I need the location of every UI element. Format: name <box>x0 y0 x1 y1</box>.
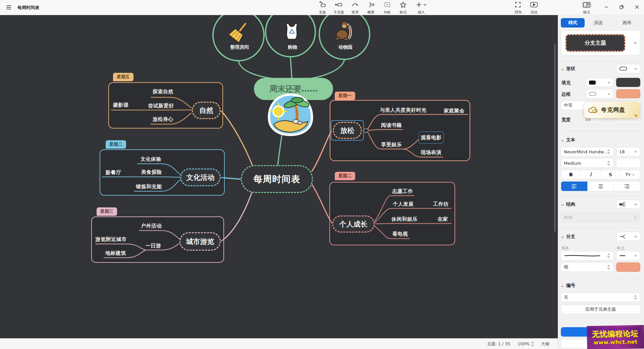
tab-canvas[interactable]: 画布 <box>623 20 632 26</box>
text-case-button[interactable]: Tт <box>621 170 640 179</box>
boundary-button[interactable]: 外框 <box>378 1 396 14</box>
fill-swatch-icon <box>589 81 596 85</box>
marker-button[interactable]: 标记 <box>394 1 412 14</box>
numbering-select[interactable]: 无 <box>561 293 640 302</box>
subtopic[interactable]: 休闲和娱乐 <box>391 216 418 222</box>
central-topic[interactable]: 每周时间表 <box>241 165 313 193</box>
subtopic[interactable]: 志愿工作 <box>392 188 413 195</box>
zen-mode-button[interactable]: ZEN <box>509 1 527 14</box>
apply-to-siblings-button[interactable]: 应用于兄弟主题 <box>561 305 640 314</box>
boundary-tag-monday[interactable]: 星期一 <box>335 92 355 100</box>
strikethrough-button[interactable]: S <box>601 170 621 179</box>
subtopic[interactable]: 阅读书籍 <box>381 122 402 129</box>
topic-personal-growth[interactable]: 个人成长 <box>332 215 375 233</box>
font-size-select[interactable]: 18 <box>616 147 640 156</box>
weekend-circle-shopping[interactable]: 购物 <box>288 44 297 50</box>
line-style-select[interactable] <box>561 251 613 260</box>
subtopic[interactable]: 享受娱乐 <box>381 142 402 148</box>
boundary-tag-tuesday-2[interactable]: 星期二 <box>335 172 355 180</box>
line-weight-select[interactable]: 细 <box>561 262 613 272</box>
align-right-button[interactable] <box>614 182 640 191</box>
outline-toggle[interactable]: 大纲 <box>541 341 549 347</box>
topic-button[interactable]: 主题 <box>314 1 331 14</box>
weekend-circle-tidy-room[interactable]: 整理房间 <box>230 44 249 50</box>
bold-button[interactable]: B <box>561 170 581 179</box>
text-section-label: 文本 <box>566 137 575 143</box>
subtopic[interactable]: 游览附近城市 <box>96 236 127 243</box>
zoom-stepper-icon[interactable] <box>531 341 534 347</box>
tab-style[interactable]: 样式 <box>561 18 585 28</box>
structure-section-label: 结构 <box>566 201 575 207</box>
topic-relax[interactable]: 放松 <box>333 122 362 139</box>
insert-button[interactable]: 插入 <box>411 1 431 14</box>
align-left-button[interactable] <box>561 182 588 191</box>
subtopic[interactable]: 看电视 <box>392 231 408 237</box>
restore-button[interactable] <box>616 3 627 11</box>
topic-city-tour[interactable]: 城市游览 <box>179 232 221 251</box>
subtopic[interactable]: 现场表演 <box>421 149 441 156</box>
mindmap-canvas[interactable]: 整理房间 购物 动物园 周末还要…… 每周时间表 星期五 自然 <box>0 15 558 338</box>
cursor-icon <box>635 113 638 117</box>
collapse-chevron-icon[interactable] <box>561 68 564 71</box>
topic-culture[interactable]: 文化活动 <box>180 168 221 186</box>
subtopic[interactable]: 摄影课 <box>113 102 129 108</box>
shape-section-label: 形状 <box>566 66 575 72</box>
font-weight-select[interactable]: Medium <box>561 158 613 168</box>
weekend-circle-zoo[interactable]: 动物园 <box>338 44 353 50</box>
summary-button[interactable]: 概要 <box>362 1 380 14</box>
branch-style-select[interactable] <box>616 232 640 241</box>
boundary-tag-wednesday[interactable]: 星期三 <box>97 207 117 216</box>
monkey-icon <box>332 20 355 43</box>
subtopic[interactable]: 工作坊 <box>433 201 449 207</box>
subtopic[interactable]: 新餐厅 <box>106 169 121 176</box>
close-button[interactable] <box>632 3 642 11</box>
fill-color-swatch[interactable] <box>616 78 640 87</box>
tab-present[interactable]: 演说 <box>594 20 603 26</box>
xmind-window: 整理房间 购物 动物园 周末还要…… 每周时间表 星期五 自然 <box>0 0 644 349</box>
subtopic[interactable]: 探索自然 <box>153 89 173 95</box>
present-button[interactable]: 演说 <box>525 1 543 14</box>
subtopic[interactable]: 锻炼和充能 <box>136 184 162 190</box>
fill-style-select[interactable] <box>586 78 613 87</box>
zoom-level[interactable]: 100% <box>518 341 530 346</box>
align-center-button[interactable] <box>588 182 614 191</box>
font-family-select[interactable]: NeverMind Handw... <box>561 147 613 156</box>
subtopic[interactable]: 文化体验 <box>141 156 161 162</box>
border-style-select[interactable] <box>586 89 613 98</box>
italic-button[interactable]: I <box>581 170 601 179</box>
boundary-button-label: 外框 <box>384 10 391 14</box>
branch-color-swatch[interactable] <box>616 262 640 272</box>
minimize-button[interactable] <box>601 3 611 11</box>
chevron-down-icon <box>607 81 610 84</box>
subtopic[interactable]: 放松身心 <box>153 116 173 122</box>
border-color-swatch[interactable] <box>616 89 640 98</box>
boundary-tag-friday[interactable]: 星期五 <box>113 73 133 81</box>
collapse-chevron-icon[interactable] <box>561 203 564 207</box>
endpoint-select[interactable] <box>616 251 640 260</box>
subtopic[interactable]: 尝试新爱好 <box>148 103 174 109</box>
format-panel-button[interactable]: 格式 <box>578 1 595 14</box>
subtopic[interactable]: 地标建筑 <box>105 250 126 256</box>
structure-select[interactable] <box>616 200 640 209</box>
topic-nature[interactable]: 自然 <box>192 102 221 119</box>
subtopic[interactable]: 在家 <box>438 216 448 222</box>
font-color-swatch[interactable] <box>616 158 640 168</box>
topic-watch-movie[interactable]: 观看电影 <box>419 132 444 144</box>
case-label: Tт <box>626 172 631 177</box>
collapse-chevron-icon[interactable] <box>561 285 564 288</box>
style-preview-card[interactable]: 分支主题 <box>561 30 640 55</box>
subtopic[interactable]: 个人发展 <box>393 201 414 207</box>
subtopic[interactable]: 美食探险 <box>141 169 162 176</box>
boundary-tag-tuesday[interactable]: 星期二 <box>106 140 126 149</box>
subtopic[interactable]: 家庭聚会 <box>444 108 465 114</box>
subtopic[interactable]: 户外活动 <box>141 223 162 229</box>
relationship-button[interactable]: 联系 <box>346 1 364 14</box>
subtopic[interactable]: 一日游 <box>146 243 161 249</box>
subtopic[interactable]: 与亲人共度美好时光 <box>380 107 427 113</box>
vertical-scrollbar[interactable] <box>554 44 556 232</box>
subtopic-button[interactable]: 子主题 <box>330 1 347 14</box>
collapse-chevron-icon[interactable] <box>561 139 564 142</box>
hamburger-menu-icon[interactable] <box>5 4 12 12</box>
collapse-chevron-icon[interactable] <box>561 236 564 239</box>
shape-select[interactable] <box>616 64 640 73</box>
